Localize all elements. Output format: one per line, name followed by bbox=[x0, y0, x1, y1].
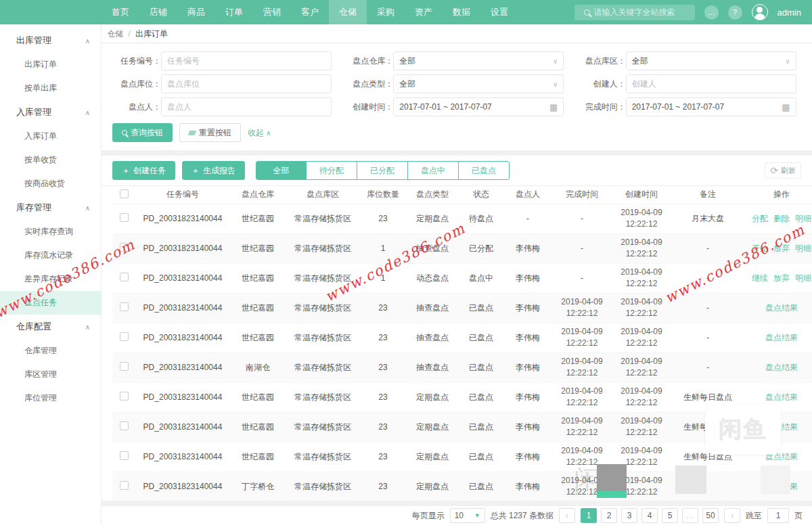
nav-item-9[interactable]: 资产 bbox=[405, 0, 443, 24]
collapse-link[interactable]: 收起 ∧ bbox=[248, 127, 271, 139]
sidebar-item-实时库存查询[interactable]: 实时库存查询 bbox=[0, 220, 101, 244]
row-checkbox[interactable] bbox=[120, 481, 129, 490]
action-盘点结果[interactable]: 盘点结果 bbox=[765, 452, 798, 461]
sidebar-item-差异库存记录[interactable]: 差异库存记录 bbox=[0, 267, 101, 291]
page-button-4[interactable]: 4 bbox=[641, 508, 658, 523]
reset-button[interactable]: 重置按钮 bbox=[179, 123, 241, 142]
page-button-3[interactable]: 3 bbox=[621, 508, 637, 523]
prev-page-button[interactable]: ‹ bbox=[559, 508, 575, 523]
filter-select[interactable]: 全部∨ bbox=[626, 51, 796, 70]
row-checkbox[interactable] bbox=[120, 362, 129, 371]
sidebar-item-按商品收货[interactable]: 按商品收货 bbox=[0, 172, 101, 196]
nav-item-11[interactable]: 设置 bbox=[480, 0, 518, 24]
cell-area: 常温存储拣货区 bbox=[286, 352, 360, 382]
nav-item-7[interactable]: 仓储 bbox=[329, 0, 367, 24]
tab-已盘点[interactable]: 已盘点 bbox=[459, 161, 510, 180]
nav-item-5[interactable]: 营销 bbox=[253, 0, 291, 24]
jump-page-input[interactable]: 1 bbox=[767, 508, 789, 523]
table-row: PD_20031823140044世纪嘉园常温存储拣货区23定期盘点已盘点李伟梅… bbox=[112, 442, 812, 472]
breadcrumb-section[interactable]: 仓储 bbox=[107, 29, 123, 39]
sidebar-item-库区管理[interactable]: 库区管理 bbox=[0, 363, 101, 386]
action-盘点结果[interactable]: 盘点结果 bbox=[765, 422, 798, 432]
action-继续[interactable]: 继续 bbox=[752, 273, 768, 283]
sidebar-item-库位管理[interactable]: 库位管理 bbox=[0, 386, 101, 410]
nav-item-6[interactable]: 客户 bbox=[291, 0, 329, 24]
sidebar-group-4[interactable]: 仓库配置∧ bbox=[0, 315, 101, 339]
sidebar-item-按单出库[interactable]: 按单出库 bbox=[0, 76, 101, 100]
action-分配[interactable]: 分配 bbox=[752, 214, 768, 223]
row-checkbox[interactable] bbox=[120, 302, 129, 311]
nav-item-3[interactable]: 商品 bbox=[177, 0, 215, 24]
row-checkbox[interactable] bbox=[120, 392, 129, 401]
username[interactable]: admin bbox=[777, 7, 801, 18]
sidebar-group-1[interactable]: 出库管理∧ bbox=[0, 28, 101, 53]
per-page-select[interactable]: 10 ▼ bbox=[450, 508, 485, 523]
sidebar-item-按单收货[interactable]: 按单收货 bbox=[0, 148, 101, 172]
action-删除[interactable]: 删除 bbox=[773, 214, 790, 223]
nav-item-1[interactable]: 首页 bbox=[102, 0, 139, 24]
cell-actions: 盘点结果 bbox=[744, 472, 812, 501]
search-button[interactable]: 查询按钮 bbox=[112, 123, 173, 142]
action-盘点结果[interactable]: 盘点结果 bbox=[765, 303, 798, 313]
filter-label: 任务编号： bbox=[112, 55, 161, 67]
sidebar-item-库存流水记录[interactable]: 库存流水记录 bbox=[0, 244, 101, 267]
page-button-5[interactable]: 5 bbox=[662, 508, 678, 523]
action-放弃[interactable]: 放弃 bbox=[773, 273, 790, 283]
action-明细[interactable]: 明细 bbox=[795, 244, 811, 253]
nav-item-4[interactable]: 订单 bbox=[215, 0, 253, 24]
tab-盘点中[interactable]: 盘点中 bbox=[408, 161, 459, 180]
help-icon[interactable]: ? bbox=[728, 5, 742, 20]
next-page-button[interactable]: › bbox=[724, 508, 740, 523]
row-checkbox[interactable] bbox=[120, 213, 129, 222]
user-avatar[interactable] bbox=[752, 4, 768, 20]
global-search-input[interactable]: 请输入关键字全站搜索 bbox=[574, 5, 695, 20]
refresh-button[interactable]: ⟳ 刷新 bbox=[765, 162, 801, 179]
chevron-down-icon: ∨ bbox=[553, 81, 558, 88]
sidebar-group-3[interactable]: 库存管理∧ bbox=[0, 196, 101, 220]
nav-item-10[interactable]: 数据 bbox=[443, 0, 480, 24]
page-button-1[interactable]: 1 bbox=[581, 508, 597, 523]
page-button-50[interactable]: 50 bbox=[702, 508, 719, 523]
row-checkbox[interactable] bbox=[120, 243, 129, 252]
chevron-down-icon: ▼ bbox=[474, 512, 480, 519]
filter-daterange[interactable]: 2017-07-01 ~ 2017-07-07▦ bbox=[626, 97, 796, 116]
sidebar-group-2[interactable]: 入库管理∧ bbox=[0, 100, 101, 124]
filter-input[interactable]: 任务编号 bbox=[161, 51, 332, 70]
action-放弃[interactable]: 放弃 bbox=[773, 244, 790, 253]
generate-report-button[interactable]: ＋ 生成报告 bbox=[182, 161, 245, 180]
select-all-checkbox[interactable] bbox=[120, 189, 129, 198]
filter-select[interactable]: 全部∨ bbox=[393, 51, 564, 70]
filter-input[interactable]: 盘点人 bbox=[161, 97, 332, 116]
row-checkbox[interactable] bbox=[120, 451, 129, 460]
sidebar-item-仓库管理[interactable]: 仓库管理 bbox=[0, 339, 101, 363]
action-盘点结果[interactable]: 盘点结果 bbox=[765, 392, 798, 402]
sidebar-item-出库订单[interactable]: 出库订单 bbox=[0, 53, 101, 76]
action-盘点结果[interactable]: 盘点结果 bbox=[765, 363, 798, 372]
action-盘点结果[interactable]: 盘点结果 bbox=[765, 333, 798, 342]
row-checkbox[interactable] bbox=[120, 273, 129, 281]
action-开始[interactable]: 开始 bbox=[752, 244, 768, 253]
tab-待分配[interactable]: 待分配 bbox=[307, 161, 357, 180]
nav-item-8[interactable]: 采购 bbox=[367, 0, 405, 24]
cell-status: 已分配 bbox=[459, 233, 503, 263]
page-button-2[interactable]: 2 bbox=[601, 508, 617, 523]
cell-area: 常温存储拣货区 bbox=[286, 442, 360, 472]
filter-input[interactable]: 盘点库位 bbox=[161, 74, 332, 93]
action-明细[interactable]: 明细 bbox=[795, 214, 811, 223]
filter-select[interactable]: 全部∨ bbox=[393, 74, 564, 93]
time-line: 12:22:12 bbox=[612, 248, 671, 260]
sidebar-item-盘点任务[interactable]: 盘点任务 bbox=[0, 291, 101, 315]
row-checkbox[interactable] bbox=[120, 332, 129, 341]
filter-input[interactable]: 创建人 bbox=[626, 74, 796, 93]
tab-已分配[interactable]: 已分配 bbox=[357, 161, 408, 180]
message-icon[interactable]: … bbox=[704, 5, 719, 20]
row-checkbox[interactable] bbox=[120, 421, 129, 430]
filter-daterange[interactable]: 2017-07-01 ~ 2017-07-07▦ bbox=[393, 97, 564, 116]
table-row: PD_20031823140044世纪嘉园常温存储拣货区23抽查盘点已盘点李伟梅… bbox=[112, 293, 812, 323]
action-盘点结果[interactable]: 盘点结果 bbox=[765, 482, 798, 491]
tab-全部[interactable]: 全部 bbox=[256, 161, 307, 180]
action-明细[interactable]: 明细 bbox=[795, 273, 811, 283]
sidebar-item-入库订单[interactable]: 入库订单 bbox=[0, 124, 101, 148]
create-task-button[interactable]: ＋ 创建任务 bbox=[112, 161, 175, 180]
nav-item-2[interactable]: 店铺 bbox=[139, 0, 177, 24]
